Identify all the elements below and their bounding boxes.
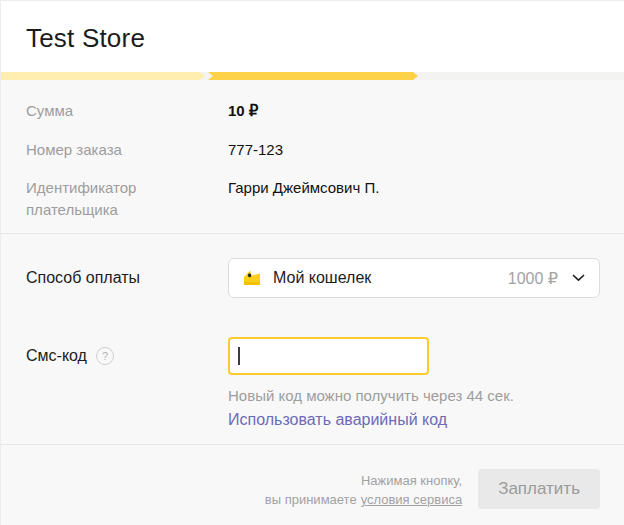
terms-note-line2: вы принимаетеусловия сервиса <box>265 490 462 509</box>
sms-code-input[interactable] <box>228 337 429 375</box>
terms-of-service-link[interactable]: условия сервиса <box>361 492 463 507</box>
terms-note-line1: Нажимая кнопку, <box>265 471 462 490</box>
wallet-icon <box>242 268 262 288</box>
order-number-value: 777-123 <box>228 139 600 161</box>
sms-resend-hint: Новый код можно получить через 44 сек. <box>228 386 600 405</box>
payer-id-label: Идентификатор плательщика <box>26 177 228 221</box>
payment-method-section: Способ оплаты Мой кошелек 1000 ₽ <box>1 234 624 298</box>
progress-step-1 <box>1 72 205 80</box>
payment-method-select[interactable]: Мой кошелек 1000 ₽ <box>228 258 600 298</box>
payment-form: Test Store Сумма 10 ₽ Номер заказа 777-1… <box>0 0 624 525</box>
payer-id-value: Гарри Джеймсович П. <box>228 177 600 221</box>
progress-step-2 <box>208 72 418 80</box>
order-row-amount: Сумма 10 ₽ <box>26 100 600 122</box>
footer: Нажимая кнопку, вы принимаетеусловия сер… <box>1 445 624 525</box>
payment-method-name: Мой кошелек <box>273 269 508 287</box>
order-info: Сумма 10 ₽ Номер заказа 777-123 Идентифи… <box>1 80 624 233</box>
payment-method-label: Способ оплаты <box>26 258 228 298</box>
header: Test Store <box>1 1 624 72</box>
sms-label-cell: Смс-код ? <box>26 337 228 375</box>
terms-note: Нажимая кнопку, вы принимаетеусловия сер… <box>265 469 462 509</box>
order-number-label: Номер заказа <box>26 139 228 161</box>
pay-button[interactable]: Заплатить <box>478 469 600 509</box>
store-title: Test Store <box>26 23 600 54</box>
wallet-balance: 1000 ₽ <box>508 269 558 288</box>
order-row-number: Номер заказа 777-123 <box>26 139 600 161</box>
amount-label: Сумма <box>26 100 228 122</box>
emergency-code-link[interactable]: Использовать аварийный код <box>228 410 447 429</box>
sms-code-section: Смс-код ? Новый код можно получить через… <box>1 298 624 444</box>
sms-input-wrap <box>228 337 429 375</box>
chevron-down-icon <box>572 274 585 282</box>
text-caret <box>238 347 240 365</box>
progress-bar <box>1 72 624 80</box>
question-mark-icon[interactable]: ? <box>96 347 114 365</box>
order-row-payer: Идентификатор плательщика Гарри Джеймсов… <box>26 177 600 221</box>
sms-code-label: Смс-код <box>26 347 87 365</box>
amount-value: 10 ₽ <box>228 100 600 122</box>
sms-input-column: Новый код можно получить через 44 сек. И… <box>228 337 600 429</box>
